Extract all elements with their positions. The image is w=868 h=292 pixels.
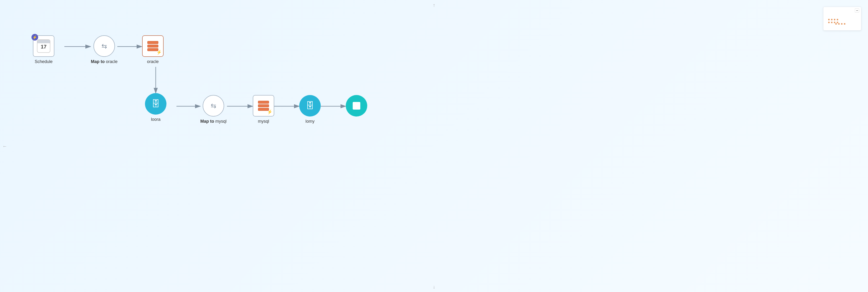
loora-db-icon: 🗄 [151,99,160,109]
schedule-label: Schedule [35,59,53,64]
map-to-mysql-circle[interactable]: ⇄ [203,95,224,117]
mysql-label: mysql [258,119,269,124]
loora-node[interactable]: 🗄 loora [145,93,166,122]
map-to-oracle-label: Map to oracle [91,59,118,64]
lomy-circle[interactable]: 🗄 [299,95,321,117]
end-circle[interactable] [346,95,367,117]
map-to-mysql-label: Map to mysql [200,119,226,124]
lomy-label: lomy [306,119,314,124]
minimap-dots [828,19,839,24]
oracle-label: oracle [147,59,159,64]
workflow-canvas: ↑ ↓ ← ⚡ 17 Schedule [0,0,868,292]
lomy-node[interactable]: 🗄 lomy [299,95,321,124]
map-to-mysql-connector-icon: ⇄ [211,102,216,110]
schedule-badge-icon: ⚡ [31,34,38,40]
minimap-dots2 [835,23,846,25]
connectors-svg [0,0,868,292]
edge-arrow-bottom: ↓ [433,284,435,290]
schedule-node[interactable]: ⚡ 17 Schedule [33,35,54,64]
minimap-zoom-out-button[interactable]: − [855,8,859,13]
map-to-mysql-node[interactable]: ⇄ Map to mysql [200,95,226,124]
map-to-oracle-circle[interactable]: ⇄ [93,35,115,57]
lomy-db-icon: 🗄 [306,101,314,111]
edge-arrow-top: ↑ [433,2,435,8]
mysql-box[interactable]: ⚡ [253,95,274,117]
loora-label: loora [151,117,160,122]
connector-icon: ⇄ [101,42,107,50]
edge-arrow-left: ← [2,143,7,149]
oracle-plug-icon: ⚡ [156,50,162,55]
loora-circle[interactable]: 🗄 [145,93,166,115]
oracle-box[interactable]: ⚡ [142,35,163,57]
end-white-square [353,102,360,110]
mysql-plug-icon: ⚡ [267,109,272,115]
map-to-oracle-node[interactable]: ⇄ Map to oracle [91,35,118,64]
schedule-box[interactable]: ⚡ 17 [33,35,54,57]
oracle-node[interactable]: ⚡ oracle [142,35,163,64]
schedule-calendar-icon: 17 [37,39,50,53]
mysql-node[interactable]: ⚡ mysql [253,95,274,124]
minimap: − [823,7,861,31]
end-node[interactable] [346,95,367,117]
